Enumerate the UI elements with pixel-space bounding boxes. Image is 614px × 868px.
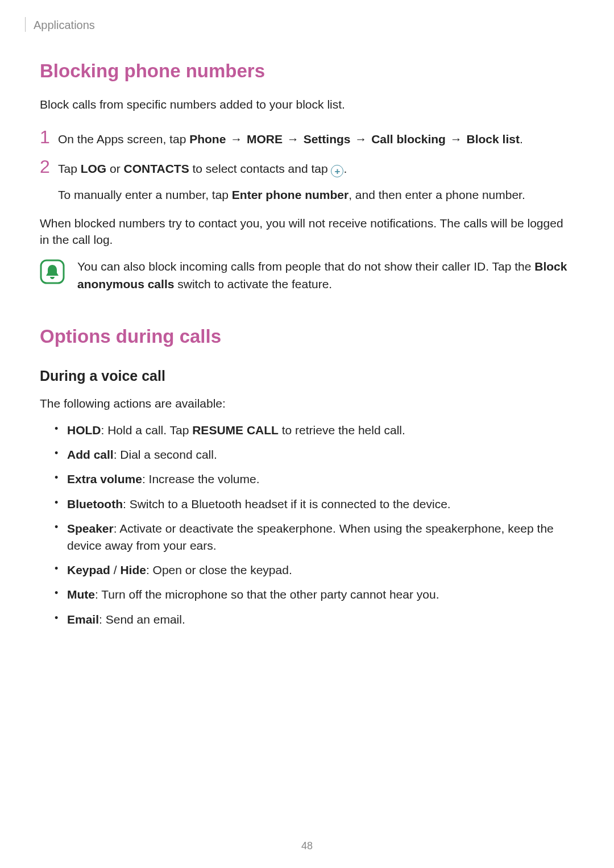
label-add-call: Add call — [67, 448, 114, 461]
text: Tap — [58, 162, 81, 175]
list-item: HOLD: Hold a call. Tap RESUME CALL to re… — [57, 422, 574, 438]
list-item: Mute: Turn off the microphone so that th… — [57, 586, 574, 603]
feature-list: HOLD: Hold a call. Tap RESUME CALL to re… — [40, 422, 574, 628]
text: , and then enter a phone number. — [349, 188, 525, 201]
text: switch to activate the feature. — [174, 277, 332, 290]
text: : Increase the volume. — [142, 472, 260, 485]
list-item: Keypad / Hide: Open or close the keypad. — [57, 562, 574, 578]
step-2: 2 Tap LOG or CONTACTS to select contacts… — [40, 159, 574, 203]
label-enter-phone: Enter phone number — [232, 188, 349, 201]
step-body: Tap LOG or CONTACTS to select contacts a… — [58, 159, 525, 203]
text: to select contacts and tap — [189, 162, 331, 175]
step-subtext: To manually enter a number, tap Enter ph… — [58, 186, 525, 203]
heading-options: Options during calls — [40, 326, 574, 347]
text: : Switch to a Bluetooth headset if it is… — [123, 497, 451, 510]
list-item: Email: Send an email. — [57, 611, 574, 628]
text: or — [106, 162, 123, 175]
text: : Turn off the microphone so that the ot… — [95, 588, 439, 601]
label-hide: Hide — [120, 563, 146, 576]
page-number: 48 — [0, 840, 614, 852]
text: . — [343, 162, 347, 175]
label-email: Email — [67, 613, 99, 626]
label-resume: RESUME CALL — [192, 423, 279, 437]
text: : Open or close the keypad. — [146, 563, 292, 576]
note-row: You can also block incoming calls from p… — [40, 258, 574, 293]
arrow-icon: → — [226, 132, 247, 146]
subheading-voice-call: During a voice call — [40, 368, 574, 384]
label-contacts: CONTACTS — [124, 162, 189, 175]
step-number: 2 — [40, 157, 58, 176]
header-rule: Applications — [25, 17, 574, 32]
path-more: MORE — [247, 132, 283, 146]
text: : Dial a second call. — [114, 448, 217, 461]
text: / — [110, 563, 121, 576]
arrow-icon: → — [446, 132, 467, 146]
list-item: Speaker: Activate or deactivate the spea… — [57, 520, 574, 554]
path-call-blocking: Call blocking — [371, 132, 446, 146]
list-item: Extra volume: Increase the volume. — [57, 471, 574, 487]
list-item: Add call: Dial a second call. — [57, 446, 574, 463]
label-bluetooth: Bluetooth — [67, 497, 123, 510]
intro-blocking: Block calls from specific numbers added … — [40, 97, 574, 112]
label-mute: Mute — [67, 588, 95, 601]
text: You can also block incoming calls from p… — [77, 260, 534, 273]
text: : Send an email. — [99, 613, 185, 626]
plus-icon: + — [331, 165, 343, 177]
text: : Activate or deactivate the speakerphon… — [67, 522, 554, 551]
label-log: LOG — [81, 162, 107, 175]
path-settings: Settings — [304, 132, 351, 146]
step-body: On the Apps screen, tap Phone → MORE → S… — [58, 129, 523, 148]
arrow-icon: → — [283, 132, 304, 146]
text: to retrieve the held call. — [279, 423, 405, 437]
intro-options: The following actions are available: — [40, 396, 574, 411]
label-hold: HOLD — [67, 423, 101, 437]
path-block-list: Block list — [467, 132, 520, 146]
step-number: 1 — [40, 128, 58, 146]
text: To manually enter a number, tap — [58, 188, 232, 201]
bell-note-icon — [40, 259, 65, 286]
step1-text: On the Apps screen, tap — [58, 132, 189, 146]
text: : Hold a call. Tap — [101, 423, 193, 437]
label-speaker: Speaker — [67, 522, 114, 535]
path-phone: Phone — [189, 132, 226, 146]
note-text: You can also block incoming calls from p… — [77, 258, 574, 293]
step-1: 1 On the Apps screen, tap Phone → MORE →… — [40, 129, 574, 148]
label-extra-volume: Extra volume — [67, 472, 142, 485]
breadcrumb: Applications — [34, 19, 95, 32]
heading-blocking: Blocking phone numbers — [40, 60, 574, 82]
arrow-icon: → — [351, 132, 372, 146]
label-keypad: Keypad — [67, 563, 110, 576]
paragraph-after-steps: When blocked numbers try to contact you,… — [40, 215, 574, 248]
list-item: Bluetooth: Switch to a Bluetooth headset… — [57, 496, 574, 512]
